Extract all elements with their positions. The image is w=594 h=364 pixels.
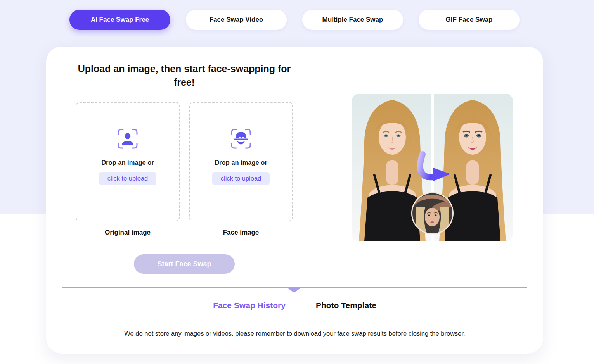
privacy-disclaimer: We do not store any images or videos, pl… — [46, 330, 543, 337]
drop-hint-text: Drop an image or — [101, 159, 154, 166]
bottom-tabs: Face Swap History Photo Template — [46, 301, 543, 310]
person-scan-icon — [117, 128, 139, 150]
nav-tab-face-swap-video[interactable]: Face Swap Video — [186, 10, 287, 30]
top-nav: AI Face Swap Free Face Swap Video Multip… — [69, 10, 520, 30]
face-image-dropzone[interactable]: Drop an image or click to upload — [189, 102, 293, 221]
tab-photo-template[interactable]: Photo Template — [316, 301, 376, 310]
drop-hint-text: Drop an image or — [215, 159, 267, 166]
nav-tab-gif-face-swap[interactable]: GIF Face Swap — [419, 10, 520, 30]
nav-tab-multiple-face-swap[interactable]: Multiple Face Swap — [302, 10, 403, 30]
face-image-upload-button[interactable]: click to upload — [212, 172, 270, 185]
original-image-caption: Original image — [76, 229, 180, 236]
source-face-inset — [412, 193, 454, 234]
original-image-dropzone[interactable]: Drop an image or click to upload — [76, 102, 180, 221]
nav-tab-ai-face-swap-free[interactable]: AI Face Swap Free — [69, 10, 170, 30]
demo-face-swap-image — [352, 94, 513, 241]
page-title: Upload an image, then start face-swappin… — [77, 62, 291, 89]
vertical-divider — [323, 102, 323, 221]
face-scan-icon — [230, 128, 252, 150]
face-image-caption: Face image — [189, 229, 293, 236]
original-image-upload-button[interactable]: click to upload — [99, 172, 157, 185]
face-swap-panel: Upload an image, then start face-swappin… — [46, 47, 543, 354]
divider-arrow-down-icon — [287, 288, 301, 293]
tab-face-swap-history[interactable]: Face Swap History — [213, 301, 286, 310]
start-face-swap-button[interactable]: Start Face Swap — [134, 254, 235, 274]
